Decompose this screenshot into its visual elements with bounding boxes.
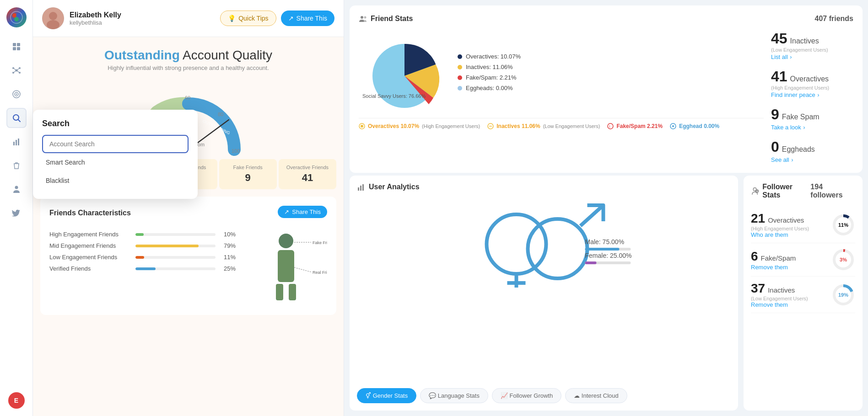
follower-row-fakespam: 6 Fake/Spam Remove them 3% bbox=[751, 243, 855, 277]
user-avatar-sidebar[interactable]: E bbox=[8, 392, 25, 409]
friend-stats-header: Friend Stats 407 friends bbox=[359, 15, 853, 23]
follower-icon: + bbox=[751, 187, 759, 195]
fakespam-link[interactable]: Take a look bbox=[771, 124, 801, 131]
friend-stats-pie: Social Savvy Users: 76.66% bbox=[359, 30, 450, 112]
share-icon-small: ↗ bbox=[284, 208, 289, 215]
legend-eggheads: Eggheads: 0.00% bbox=[458, 85, 764, 91]
svg-text:!: ! bbox=[609, 124, 610, 129]
svg-point-12 bbox=[19, 72, 21, 74]
follower-growth-label: Follower Growth bbox=[510, 392, 553, 399]
legend-label-overactives: Overactives: 10.07% bbox=[466, 53, 521, 60]
user-analytics-title-text: User Analytics bbox=[369, 183, 420, 191]
bar-fill-verified bbox=[135, 267, 156, 270]
inactives-count: 45 bbox=[771, 30, 787, 47]
search-overlay: Search Smart Search Blacklist bbox=[33, 110, 198, 199]
inactives-label: Inactives bbox=[790, 37, 819, 45]
follower-fakespam-link[interactable]: Remove them bbox=[751, 264, 796, 271]
svg-text:Fake Friends: 2.21%: Fake Friends: 2.21% bbox=[313, 240, 327, 245]
follower-stats-count: 194 followers bbox=[810, 183, 855, 199]
eggheads-link[interactable]: See all bbox=[771, 156, 789, 163]
donut-overactives: 11% bbox=[831, 213, 855, 237]
sidebar-item-search[interactable] bbox=[6, 108, 27, 128]
summary-egghead: Egghead 0.00% bbox=[670, 123, 719, 129]
stat-overactive-value: 41 bbox=[282, 172, 333, 184]
search-item-smart[interactable]: Smart Search bbox=[42, 153, 189, 171]
tab-interest-cloud[interactable]: ☁ Interest Cloud bbox=[565, 388, 627, 403]
svg-text:Social Savvy Users: 76.66%: Social Savvy Users: 76.66% bbox=[362, 93, 426, 99]
sidebar-item-twitter[interactable] bbox=[6, 203, 27, 223]
svg-rect-7 bbox=[17, 47, 20, 50]
fakespam-side-count: 9 bbox=[771, 106, 779, 123]
bar-label-mid: Mid Engagement Friends bbox=[49, 242, 132, 249]
svg-rect-43 bbox=[289, 284, 296, 300]
sidebar-item-target[interactable] bbox=[6, 84, 27, 104]
friends-title: Friends Characteristics bbox=[49, 209, 131, 217]
tab-language-stats[interactable]: 💬 Language Stats bbox=[420, 388, 488, 403]
follower-inactives-sub: (Low Engagement Users) bbox=[751, 296, 808, 301]
stat-fake-value: 9 bbox=[223, 172, 273, 184]
lightbulb-icon: 💡 bbox=[228, 15, 236, 22]
summary-inactives: Inactives 11.06% (Low Engagement Users) bbox=[487, 123, 600, 129]
svg-point-48 bbox=[361, 16, 363, 19]
share-this-header-button[interactable]: ↗ Share This bbox=[281, 11, 334, 26]
legend-dot-overactives bbox=[458, 54, 462, 59]
user-analytics-title: User Analytics bbox=[357, 183, 420, 191]
legend-dot-fakespam bbox=[458, 75, 462, 80]
follower-overactives-sub: (High Engagement Users) bbox=[751, 226, 809, 231]
sidebar-item-users[interactable] bbox=[6, 179, 27, 199]
svg-point-27 bbox=[49, 12, 57, 20]
summary-fakespam: ! Fake/Spam 2.21% bbox=[607, 123, 663, 129]
quick-tips-button[interactable]: 💡 Quick Tips bbox=[220, 11, 276, 26]
legend-fakespam: Fake/Spam: 2.21% bbox=[458, 74, 764, 81]
sidebar-item-network[interactable] bbox=[6, 60, 27, 80]
follower-overactives-link[interactable]: Who are them bbox=[751, 231, 809, 238]
tab-follower-growth[interactable]: 📈 Follower Growth bbox=[492, 388, 561, 403]
egghead-pct: Egghead 0.00% bbox=[679, 123, 719, 129]
svg-rect-5 bbox=[17, 43, 20, 46]
fakespam-side-label: Fake Spam bbox=[782, 113, 819, 121]
account-search-input[interactable] bbox=[42, 135, 189, 153]
svg-point-3 bbox=[14, 17, 19, 21]
overactives-sub: (High Engagement Users) bbox=[422, 123, 480, 129]
friend-stats-chart-area: Social Savvy Users: 76.66% Overactives: … bbox=[359, 30, 764, 164]
inactives-link[interactable]: List all bbox=[771, 53, 788, 60]
svg-rect-24 bbox=[18, 139, 19, 145]
follower-stats-title: + Follower Stats bbox=[751, 183, 810, 199]
summary-overactives: Overactives 10.07% (High Engagement User… bbox=[359, 123, 480, 129]
follower-inactives-link[interactable]: Remove them bbox=[751, 301, 808, 308]
follower-inactives-label: Inactives bbox=[768, 286, 795, 294]
bar-row-low: Low Engagement Friends 11% bbox=[49, 254, 236, 261]
search-item-blacklist[interactable]: Blacklist bbox=[42, 171, 189, 190]
overactives-side-label: Overactives bbox=[790, 75, 829, 83]
user-info-header: Elizabeth Kelly kellybethlisa bbox=[70, 11, 215, 26]
legend-label-fakespam: Fake/Spam: 2.21% bbox=[466, 74, 517, 81]
stat-overactive-label: Overactive Friends bbox=[282, 165, 333, 170]
tab-gender-stats[interactable]: ⚥ Gender Stats bbox=[357, 388, 416, 403]
overactives-link[interactable]: Find inner peace bbox=[771, 91, 815, 98]
eggheads-side-count: 0 bbox=[771, 139, 779, 155]
svg-line-46 bbox=[294, 267, 311, 272]
inactives-pct: Inactives 11.06% bbox=[496, 123, 540, 129]
legend-inactives: Inactives: 11.06% bbox=[458, 64, 764, 70]
follower-left-fakespam: 6 Fake/Spam Remove them bbox=[751, 249, 796, 271]
app-logo[interactable] bbox=[6, 7, 27, 27]
follower-right-inactives: 19% bbox=[831, 283, 855, 307]
sidebar-item-trash[interactable] bbox=[6, 155, 27, 176]
main-content: Elizabeth Kelly kellybethlisa 💡 Quick Ti… bbox=[33, 0, 868, 416]
friend-stats-section: Friend Stats 407 friends bbox=[350, 5, 863, 173]
bar-label-verified: Verified Friends bbox=[49, 265, 132, 272]
sidebar: E bbox=[0, 0, 33, 416]
header-actions: 💡 Quick Tips ↗ Share This bbox=[220, 11, 334, 26]
quality-title: Outstanding Account Quality bbox=[42, 48, 334, 63]
side-stat-overactives: 41 Overactives (High Engagement Users) F… bbox=[771, 68, 853, 99]
bar-row-verified: Verified Friends 25% bbox=[49, 265, 236, 272]
sidebar-item-dashboard[interactable] bbox=[6, 37, 27, 57]
language-icon-tab: 💬 bbox=[429, 392, 436, 399]
svg-line-14 bbox=[17, 69, 19, 70]
donut-inactives-pct: 19% bbox=[838, 292, 848, 298]
donut-inactives: 19% bbox=[831, 283, 855, 307]
friends-share-button[interactable]: ↗ Share This bbox=[278, 206, 327, 218]
analytics-icon bbox=[357, 183, 365, 191]
sidebar-item-chart[interactable] bbox=[6, 132, 27, 152]
legend-label-eggheads: Eggheads: 0.00% bbox=[466, 85, 513, 91]
